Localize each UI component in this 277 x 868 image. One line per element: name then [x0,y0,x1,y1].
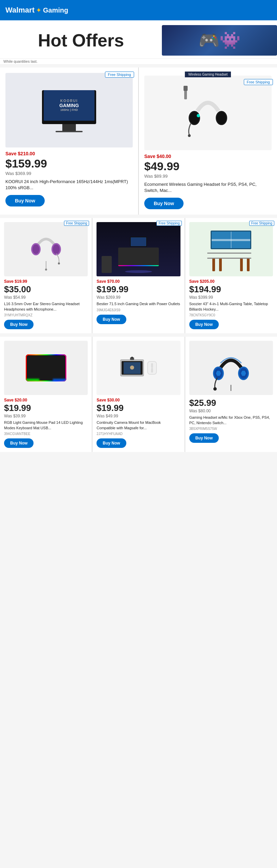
hero-product-grid: KOORUI GAMING 165Hz | FHD Free Shipping … [0,67,277,215]
product-sku: 2J71HYHFUAAD [97,432,180,436]
gaming-label: Gaming [43,6,68,14]
buy-now-button[interactable]: Buy Now [5,195,45,206]
buy-now-button[interactable]: Buy Now [189,320,219,329]
product-card-bestier-desk: Free Shipping Save $70.00 $199.99 Was $2… [92,218,184,333]
product-title: Bestier 71.5 inch Gaming Desk with Power… [97,301,180,307]
buy-now-button[interactable]: Buy Now [97,315,126,324]
save-amount: Save $30.00 [97,398,180,402]
hot-offers-title: Hot Offers [0,30,162,51]
product-image-area [97,341,180,395]
current-price: $199.99 [97,284,180,295]
buy-now-button[interactable]: Buy Now [144,198,184,209]
free-shipping-badge: Free Shipping [64,221,89,226]
svg-point-15 [58,262,60,264]
product-title: Soozier 43" 4-in-1 Multi-Gaming Table, T… [189,301,273,312]
current-price: $35.00 [4,284,88,295]
svg-point-3 [190,112,199,124]
product-title: L16 3.5mm Over Ear Stereo Gaming Headset… [4,301,88,312]
save-amount: Save $20.00 [4,398,88,402]
current-price: $19.99 [97,403,180,413]
wireless-badge: Wireless Gaming Headset [185,72,231,77]
current-price: $49.99 [144,160,272,173]
save-amount: Save $205.00 [189,279,273,284]
product-card-gaming-headset-xbox: $25.99 Was $80.00 Gaming Headset w/Mic f… [185,337,277,452]
hot-offers-bar: Hot Offers 🎮👾 [0,20,277,59]
was-price: Was $39.99 [4,414,88,418]
current-price: $19.99 [4,403,88,413]
save-amount: Save $40.00 [144,154,272,159]
product-image-area [4,222,88,276]
product-sku: 3B5XPRIM5S75W [189,427,273,431]
product-image-area [97,222,180,276]
was-price: Was $54.99 [4,295,88,300]
product-sku: 39MJG4E8JIS9 [97,308,180,312]
free-shipping-badge: Free Shipping [156,221,182,226]
product-image-area [189,222,273,276]
product-title: Continuity Camera Mount for MacBook Comp… [97,420,180,431]
product-title: Gaming Headset w/Mic for Xbox One, PS5, … [189,415,273,426]
header: Walmart ✦ Gaming [0,0,277,20]
while-supplies-text: While quantities last. [0,59,277,64]
product-sku: 3YMYUHTMRQXZ [4,313,88,317]
product-card-rgb-mousepad: Save $20.00 $19.99 Was $39.99 RGB Light … [0,337,92,452]
product-card-continuity-camera: Save $30.00 $19.99 Was $49.99 Continuity… [92,337,184,452]
current-price: $194.99 [189,284,273,295]
svg-point-6 [217,112,226,124]
current-price: $159.99 [5,157,133,170]
buy-now-button[interactable]: Buy Now [189,433,219,443]
three-product-grid-row2: Save $20.00 $19.99 Was $39.99 RGB Light … [0,337,277,452]
buy-now-button[interactable]: Buy Now [4,320,34,329]
svg-marker-18 [216,371,221,376]
free-shipping-badge: Free Shipping [249,221,274,226]
walmart-logo: Walmart ✦ Gaming [5,6,68,15]
walmart-spark-icon: ✦ [36,6,42,14]
svg-point-11 [33,244,39,254]
current-price: $25.99 [189,398,273,408]
svg-rect-1 [184,86,188,91]
product-card-soozier-table: Free Shipping Save $205.00 $194.99 Was $… [185,218,277,333]
svg-point-9 [188,134,191,137]
was-price: Was $49.99 [97,414,180,418]
product-sku: 394CGVANTBEE [4,432,88,436]
product-card-koorui-monitor: KOORUI GAMING 165Hz | FHD Free Shipping … [0,67,138,215]
save-amount: Save $70.00 [97,279,180,284]
product-title: KOORUI 24 inch High-Performance 165Hz/14… [5,179,133,191]
svg-point-22 [213,387,217,391]
product-title: Ecomoment Wireless Gaming Headset for PS… [144,181,272,194]
walmart-wordmark: Walmart [5,6,35,15]
product-image-area [4,341,88,395]
product-title: RGB Light Gaming Mouse Pad 14 LED Lighti… [4,420,88,431]
product-image-area: KOORUI GAMING 165Hz | FHD [5,73,133,147]
product-card-l16-headset: Free Shipping Save $19.99 $35.00 Was $54… [0,218,92,333]
product-sku: 78CNTK5GY9C0 [189,313,273,317]
svg-point-14 [45,269,47,271]
save-amount: Save $19.99 [4,279,88,284]
three-product-grid-row1: Free Shipping Save $19.99 $35.00 Was $54… [0,218,277,333]
product-image-area [144,76,272,150]
free-shipping-badge: Free Shipping [105,72,134,78]
was-price: Was $89.99 [144,174,272,179]
was-price: Was $369.99 [5,171,133,176]
buy-now-button[interactable]: Buy Now [97,438,126,448]
svg-point-13 [53,244,60,254]
save-amount: Save $210.00 [5,151,133,156]
free-shipping-badge: Free Shipping [244,79,273,85]
product-card-wireless-headset: Wireless Gaming Headset [139,67,277,215]
was-price: Was $399.99 [189,295,273,300]
product-image-area [189,341,273,395]
was-price: Was $269.99 [97,295,180,300]
banner-image: 🎮👾 [162,25,277,56]
buy-now-button[interactable]: Buy Now [4,438,34,448]
svg-marker-21 [241,371,246,376]
was-price: Was $80.00 [189,409,273,413]
